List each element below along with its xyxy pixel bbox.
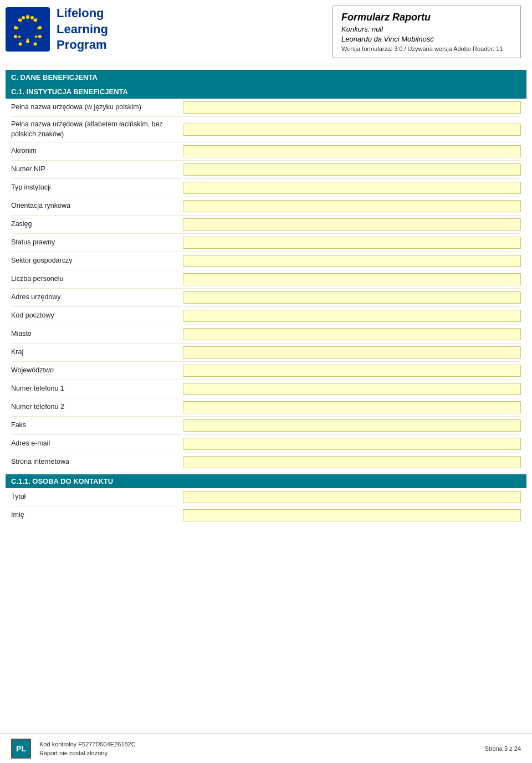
footer-info: Kod kontrolny F5277D504E26182C Raport ni… [39, 740, 136, 758]
main-content: C. DANE BENEFICJENTA C.1. INSTYTUCJA BEN… [0, 70, 532, 569]
form-row-adres_urzedowy: Adres urzędowy [11, 289, 521, 307]
label-sektor_gospodarczy: Sektor gospodarczy [11, 256, 183, 266]
svg-point-14 [19, 42, 22, 45]
section-c11-header: C.1.1. OSOBA DO KONTAKTU [6, 474, 526, 488]
form-row-pelna_nazwa_lacinska: Pełna nazwa urzędowa (alfabetem łaciński… [11, 117, 521, 142]
form-row-pelna_nazwa_polska: Pełna nazwa urzędowa (w języku polskim) [11, 99, 521, 117]
input-numer_nip[interactable] [183, 163, 521, 176]
svg-point-15 [14, 35, 17, 38]
form-row-miasto: Miasto [11, 325, 521, 344]
form-fields-body: Pełna nazwa urzędowa (w języku polskim)P… [6, 99, 526, 471]
form-row-liczba_personelu: Liczba personelu [11, 270, 521, 289]
page-footer: PL Kod kontrolny F5277D504E26182C Raport… [0, 734, 532, 763]
svg-marker-5 [18, 34, 22, 38]
label-numer_telefonu_2: Numer telefonu 2 [11, 402, 183, 412]
section-c-header: C. DANE BENEFICJENTA [6, 70, 526, 85]
program-label: Leonardo da Vinci Mobilność [341, 35, 512, 43]
form-row-adres_email: Adres e-mail [11, 435, 521, 453]
label-wojewodztwo: Województwo [11, 366, 183, 376]
label-miasto: Miasto [11, 329, 183, 339]
input-adres_email[interactable] [183, 438, 521, 450]
label-adres_urzedowy: Adres urzędowy [11, 293, 183, 303]
label-orientacja_rynkowa: Orientacja rynkowa [11, 201, 183, 211]
label-numer_telefonu_1: Numer telefonu 1 [11, 384, 183, 394]
report-status: Raport nie został złożony. [39, 749, 136, 758]
input-tytul[interactable] [183, 491, 521, 503]
input-typ_instytucji[interactable] [183, 182, 521, 194]
label-strona_internetowa: Strona internetowa [11, 457, 183, 467]
svg-point-13 [26, 40, 29, 43]
label-liczba_personelu: Liczba personelu [11, 274, 183, 284]
svg-point-11 [38, 35, 42, 38]
form-row-imie: Imię [11, 506, 521, 524]
svg-point-19 [30, 16, 34, 19]
svg-point-8 [26, 16, 29, 19]
label-imie: Imię [11, 510, 183, 520]
header-form-info: Formularz Raportu Konkurs: null Leonardo… [332, 6, 521, 58]
label-status_prawny: Status prawny [11, 238, 183, 248]
input-adres_urzedowy[interactable] [183, 291, 521, 304]
label-zasieg: Zasięg [11, 219, 183, 229]
control-code: Kod kontrolny F5277D504E26182C [39, 740, 136, 749]
language-badge: PL [11, 739, 31, 759]
form-row-akronim: Akronim [11, 142, 521, 161]
page-header: Lifelong Learning Program Formularz Rapo… [0, 0, 532, 64]
form-row-kraj: Kraj [11, 344, 521, 362]
form-row-wojewodztwo: Województwo [11, 362, 521, 380]
form-row-kod_pocztowy: Kod pocztowy [11, 307, 521, 325]
input-zasieg[interactable] [183, 218, 521, 231]
label-faks: Faks [11, 421, 183, 431]
svg-point-10 [38, 26, 42, 29]
label-tytul: Tytuł [11, 492, 183, 502]
input-numer_telefonu_1[interactable] [183, 383, 521, 395]
input-orientacja_rynkowa[interactable] [183, 200, 521, 212]
input-sektor_gospodarczy[interactable] [183, 255, 521, 267]
input-kod_pocztowy[interactable] [183, 310, 521, 322]
input-akronim[interactable] [183, 145, 521, 157]
version-label: Wersja formularza: 3.0 / Używana wersja … [341, 45, 512, 52]
input-faks[interactable] [183, 419, 521, 432]
form-row-strona_internetowa: Strona internetowa [11, 453, 521, 471]
form-row-faks: Faks [11, 417, 521, 435]
eu-flag-icon [6, 7, 50, 52]
svg-point-17 [19, 18, 22, 22]
svg-point-9 [34, 18, 37, 22]
form-row-numer_nip: Numer NIP [11, 161, 521, 179]
label-numer_nip: Numer NIP [11, 165, 183, 175]
label-typ_instytucji: Typ instytucji [11, 183, 183, 193]
label-akronim: Akronim [11, 146, 183, 156]
svg-point-16 [14, 26, 17, 29]
logo-text: Lifelong Learning Program [57, 6, 108, 53]
label-kraj: Kraj [11, 347, 183, 357]
page-number: Strona 3 z 24 [485, 745, 521, 752]
form-row-orientacja_rynkowa: Orientacja rynkowa [11, 197, 521, 216]
input-pelna_nazwa_polska[interactable] [183, 101, 521, 114]
form-row-status_prawny: Status prawny [11, 234, 521, 252]
input-numer_telefonu_2[interactable] [183, 401, 521, 413]
form-title: Formularz Raportu [341, 12, 512, 23]
svg-point-18 [22, 16, 25, 19]
label-pelna_nazwa_polska: Pełna nazwa urzędowa (w języku polskim) [11, 103, 183, 112]
input-miasto[interactable] [183, 328, 521, 340]
label-pelna_nazwa_lacinska: Pełna nazwa urzędowa (alfabetem łaciński… [11, 120, 183, 139]
logo-area: Lifelong Learning Program [6, 6, 172, 53]
form-row-typ_instytucji: Typ instytucji [11, 179, 521, 197]
svg-marker-3 [34, 34, 38, 38]
input-status_prawny[interactable] [183, 237, 521, 249]
form-row-tytul: Tytuł [11, 488, 521, 506]
input-liczba_personelu[interactable] [183, 273, 521, 285]
label-kod_pocztowy: Kod pocztowy [11, 311, 183, 321]
input-strona_internetowa[interactable] [183, 456, 521, 468]
svg-point-12 [34, 42, 37, 45]
input-pelna_nazwa_lacinska[interactable] [183, 124, 521, 136]
input-kraj[interactable] [183, 346, 521, 359]
form-row-sektor_gospodarczy: Sektor gospodarczy [11, 252, 521, 270]
input-imie[interactable] [183, 509, 521, 521]
form-row-numer_telefonu_2: Numer telefonu 2 [11, 398, 521, 417]
contact-fields-body: TytułImię [6, 488, 526, 524]
section-c1-header: C.1. INSTYTUCJA BENEFICJENTA [6, 85, 526, 99]
input-wojewodztwo[interactable] [183, 365, 521, 377]
form-row-numer_telefonu_1: Numer telefonu 1 [11, 380, 521, 398]
label-adres_email: Adres e-mail [11, 439, 183, 449]
konkurs-label: Konkurs: null [341, 25, 512, 33]
